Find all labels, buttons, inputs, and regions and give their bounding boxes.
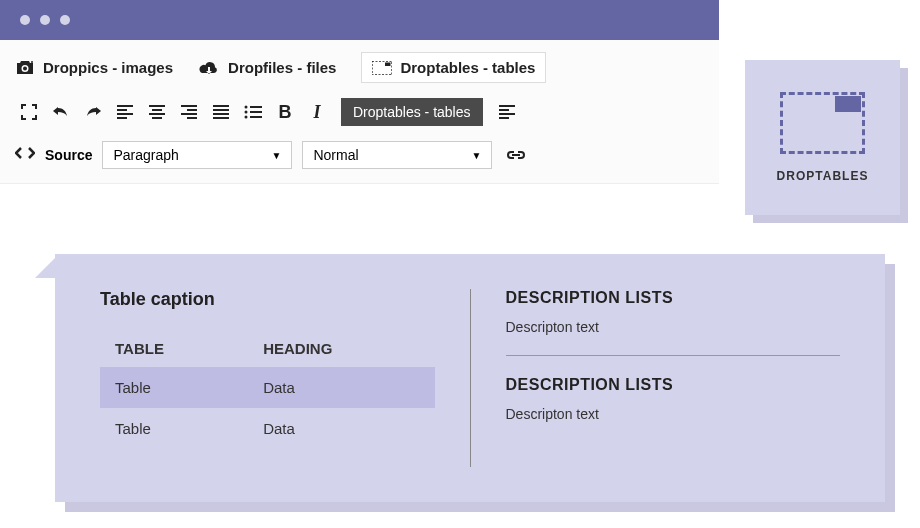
table-cell: Data [248,408,434,449]
bullet-list-button[interactable] [239,98,267,126]
tab-droptables[interactable]: Droptables - tables [361,52,546,83]
description-list-title: DESCRIPTION LISTS [506,289,841,307]
style-dropdown[interactable]: Paragraph ▼ [102,141,292,169]
table-caption: Table caption [100,289,435,310]
table-header-row: TABLE HEADING [100,330,435,367]
undo-button[interactable] [47,98,75,126]
tab-row: Droppics - images Dropfiles - files Drop… [0,40,719,93]
horizontal-divider [506,355,841,356]
paragraph-align-button[interactable] [493,98,521,126]
vertical-divider [470,289,471,467]
table-row[interactable]: Table Data [100,367,435,408]
dropdown-value: Normal [313,147,358,163]
window-dot-minimize[interactable] [40,15,50,25]
table-row[interactable]: Table Data [100,408,435,449]
tab-label: Droppics - images [43,59,173,76]
window-titlebar [0,0,719,40]
svg-point-7 [245,116,248,119]
svg-point-5 [245,111,248,114]
description-list-title: DESCRIPTION LISTS [506,376,841,394]
format-dropdown[interactable]: Normal ▼ [302,141,492,169]
window-dot-close[interactable] [20,15,30,25]
droptables-card-icon [780,92,865,154]
table-cell: Table [100,367,248,408]
description-text: Descripton text [506,319,841,335]
droptables-card[interactable]: DROPTABLES [745,60,900,215]
editor-toolbar: Droppics - images Dropfiles - files Drop… [0,40,719,184]
table-section: Table caption TABLE HEADING Table Data T… [100,289,470,467]
svg-rect-2 [385,62,391,66]
code-icon [15,146,35,164]
table-cell: Data [248,367,434,408]
tab-dropfiles[interactable]: Dropfiles - files [198,59,336,76]
redo-button[interactable] [79,98,107,126]
camera-icon [15,60,35,76]
chevron-down-icon: ▼ [472,150,482,161]
link-button[interactable] [502,141,530,169]
svg-rect-4 [250,106,262,108]
chevron-down-icon: ▼ [272,150,282,161]
source-label: Source [45,147,92,163]
tab-droppics[interactable]: Droppics - images [15,59,173,76]
bold-button[interactable]: B [271,98,299,126]
source-row: Source Paragraph ▼ Normal ▼ [0,131,719,183]
table-header-cell: TABLE [100,330,248,367]
svg-point-3 [245,106,248,109]
table-header-cell: HEADING [248,330,434,367]
tab-label: Droptables - tables [400,59,535,76]
svg-rect-8 [250,116,262,118]
table-cell: Table [100,408,248,449]
description-text: Descripton text [506,406,841,422]
align-right-button[interactable] [175,98,203,126]
svg-rect-6 [250,111,262,113]
tab-label: Dropfiles - files [228,59,336,76]
fullscreen-button[interactable] [15,98,43,126]
description-section: DESCRIPTION LISTS Descripton text DESCRI… [506,289,841,467]
droptables-card-label: DROPTABLES [777,169,869,183]
svg-point-0 [31,61,33,63]
data-table: TABLE HEADING Table Data Table Data [100,330,435,449]
droptables-icon [372,61,392,75]
cloud-download-icon [198,60,220,76]
toolbar-buttons: B I Droptables - tables [0,93,719,131]
window-dot-maximize[interactable] [60,15,70,25]
droptables-button[interactable]: Droptables - tables [341,98,483,126]
align-left-button[interactable] [111,98,139,126]
dropdown-value: Paragraph [113,147,178,163]
content-panel: Table caption TABLE HEADING Table Data T… [55,254,885,502]
align-center-button[interactable] [143,98,171,126]
italic-button[interactable]: I [303,98,331,126]
align-justify-button[interactable] [207,98,235,126]
